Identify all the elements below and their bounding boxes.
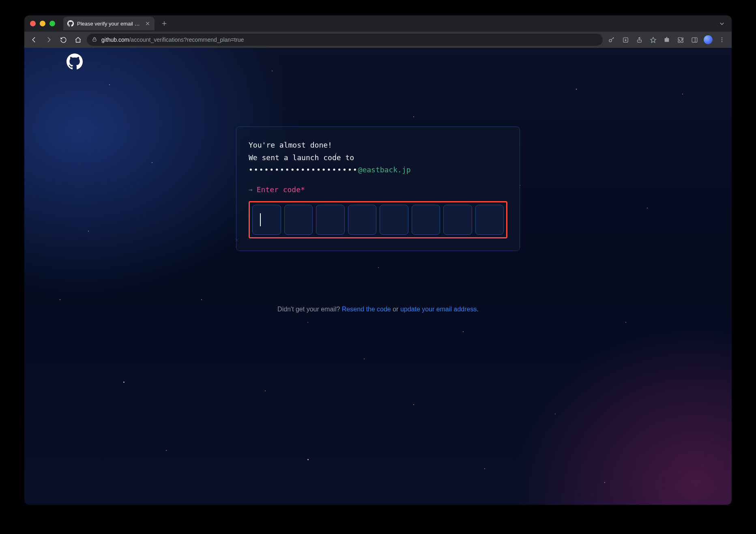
footer-suffix: .: [477, 306, 478, 313]
close-window-button[interactable]: [30, 21, 36, 26]
svg-point-13: [722, 37, 722, 38]
back-button[interactable]: [28, 34, 40, 45]
screen: Please verify your email address: [0, 0, 756, 534]
email-line: •••••••••••••••••••••@eastback.jp: [249, 164, 507, 176]
browser-tab[interactable]: Please verify your email address: [63, 17, 155, 30]
github-favicon-icon: [67, 20, 74, 27]
chrome-menu-icon[interactable]: [716, 34, 728, 45]
share-icon[interactable]: [634, 34, 645, 45]
tabs-dropdown-button[interactable]: [716, 18, 728, 29]
url-text: github.com/account_verifications?recomme…: [101, 36, 244, 43]
prompt-row: → Enter code*: [249, 185, 507, 194]
email-masked: •••••••••••••••••••••: [249, 165, 358, 174]
code-digit-4[interactable]: [348, 205, 377, 235]
prompt-arrow-icon: →: [249, 186, 253, 193]
email-visible-part: @eastback.jp: [358, 165, 411, 174]
bookmark-star-icon[interactable]: [647, 34, 659, 45]
tab-title: Please verify your email address: [77, 21, 142, 27]
window-controls: [30, 21, 55, 26]
github-logo-icon[interactable]: [67, 54, 83, 70]
profile-avatar[interactable]: [702, 34, 714, 45]
enter-code-label: Enter code*: [257, 185, 305, 194]
svg-marker-8: [651, 37, 656, 43]
svg-rect-7: [637, 40, 641, 42]
minimize-window-button[interactable]: [40, 21, 45, 26]
code-input-group: [249, 201, 507, 238]
home-button[interactable]: [72, 34, 84, 45]
svg-rect-11: [692, 37, 697, 42]
code-digit-8[interactable]: [475, 205, 504, 235]
address-bar[interactable]: github.com/account_verifications?recomme…: [87, 34, 603, 46]
heading-almost-done: You're almost done!: [249, 139, 507, 152]
footer-middle: or: [391, 306, 400, 313]
reload-button[interactable]: [58, 34, 69, 45]
svg-point-15: [722, 41, 722, 42]
extensions-puzzle-icon[interactable]: [675, 34, 686, 45]
install-app-icon[interactable]: [620, 34, 631, 45]
page-viewport: You're almost done! We sent a launch cod…: [24, 48, 732, 505]
toolbar-actions: [606, 34, 728, 45]
maximize-window-button[interactable]: [49, 21, 55, 26]
code-digit-1[interactable]: [252, 205, 281, 235]
svg-point-5: [609, 39, 612, 42]
resend-code-link[interactable]: Resend the code: [342, 306, 391, 313]
code-digit-6[interactable]: [412, 205, 440, 235]
close-tab-icon[interactable]: [145, 21, 150, 26]
browser-toolbar: github.com/account_verifications?recomme…: [24, 32, 732, 48]
lock-icon: [92, 36, 97, 43]
starfield-decoration: [24, 48, 732, 505]
svg-rect-9: [665, 38, 669, 42]
side-panel-icon[interactable]: [689, 34, 700, 45]
code-digit-5[interactable]: [380, 205, 408, 235]
forward-button[interactable]: [43, 34, 54, 45]
extension-icon[interactable]: [661, 34, 672, 45]
footer-prefix: Didn't get your email?: [277, 306, 342, 313]
code-digit-2[interactable]: [284, 205, 313, 235]
svg-rect-10: [666, 37, 668, 38]
resend-footer: Didn't get your email? Resend the code o…: [277, 306, 479, 313]
svg-point-14: [722, 39, 722, 40]
code-digit-3[interactable]: [316, 205, 345, 235]
code-digit-7[interactable]: [443, 205, 472, 235]
browser-tabbar: Please verify your email address: [24, 15, 732, 32]
verification-card: You're almost done! We sent a launch cod…: [236, 127, 520, 251]
svg-rect-4: [93, 39, 96, 41]
new-tab-button[interactable]: [159, 18, 170, 29]
password-key-icon[interactable]: [606, 34, 617, 45]
heading-sent-code: We sent a launch code to: [249, 152, 507, 164]
update-email-link[interactable]: update your email address: [400, 306, 477, 313]
